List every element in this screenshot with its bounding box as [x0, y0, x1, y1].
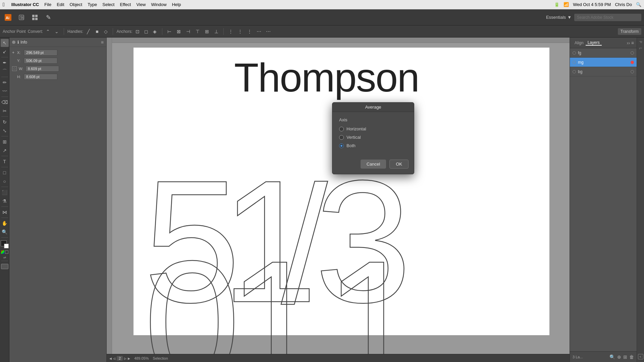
- layers-move-icon[interactable]: ⊞: [623, 354, 627, 360]
- pencil-tool[interactable]: ✏: [1, 78, 9, 86]
- radio-horizontal[interactable]: Horizontal: [339, 126, 407, 131]
- selection-tool[interactable]: ↖: [1, 39, 9, 47]
- search-icon[interactable]: 🔍: [636, 2, 641, 7]
- distribute-bottom-icon[interactable]: ⋯: [265, 28, 272, 35]
- layer-item-mg[interactable]: mg: [570, 58, 637, 67]
- properties-icon[interactable]: P: [638, 39, 644, 45]
- ok-button[interactable]: OK: [389, 160, 409, 169]
- menu-object[interactable]: Object: [70, 2, 83, 7]
- convert-icon-2[interactable]: ⌄: [53, 28, 60, 35]
- hand-tool[interactable]: ✋: [1, 219, 9, 227]
- layer-item-bg[interactable]: bg: [570, 67, 637, 76]
- blob-brush-tool[interactable]: 〰: [1, 87, 9, 95]
- align-top-icon[interactable]: ⊤: [194, 28, 201, 35]
- background-color[interactable]: [4, 244, 9, 248]
- grid-view-icon[interactable]: [30, 12, 40, 23]
- handle-icon-2[interactable]: ■: [93, 28, 101, 35]
- none-color-icon[interactable]: [5, 250, 8, 254]
- workspace-selector[interactable]: Essentials ▼: [546, 15, 572, 20]
- layer-item-fg[interactable]: fg: [570, 48, 637, 58]
- layer-visibility-bg[interactable]: [573, 70, 576, 73]
- layers-search-icon[interactable]: 🔍: [609, 354, 615, 360]
- color-swatches[interactable]: [1, 240, 9, 248]
- align-center-h-icon[interactable]: ⊠: [175, 28, 182, 35]
- ellipse-tool[interactable]: ○: [1, 177, 9, 185]
- menu-window[interactable]: Window: [151, 2, 166, 7]
- apple-menu[interactable]: : [3, 2, 5, 8]
- radio-btn-both[interactable]: [339, 143, 344, 148]
- radio-label-vertical: Vertical: [346, 135, 361, 140]
- align-left-icon[interactable]: ⊢: [166, 28, 173, 35]
- layer-visibility-fg[interactable]: [573, 51, 576, 55]
- distribute-right-icon[interactable]: ⋮: [246, 28, 253, 35]
- zoom-next[interactable]: ▹: [124, 356, 126, 361]
- mesh-tool[interactable]: ⊞: [1, 138, 9, 146]
- eyedropper-tool[interactable]: ⚗: [1, 197, 9, 205]
- rotate-tool[interactable]: ↻: [1, 118, 9, 126]
- menu-file[interactable]: File: [44, 2, 51, 7]
- distribute-top-icon[interactable]: ⋯: [255, 28, 263, 35]
- rectangle-tool[interactable]: □: [1, 169, 9, 177]
- menu-type[interactable]: Type: [88, 2, 97, 7]
- menu-view[interactable]: View: [136, 2, 146, 7]
- cancel-button[interactable]: Cancel: [361, 160, 386, 169]
- radio-both[interactable]: Both: [339, 143, 407, 148]
- align-center-v-icon[interactable]: ⊞: [203, 28, 211, 35]
- scale-tool[interactable]: ⤡: [1, 127, 9, 135]
- transform-button[interactable]: Transform: [618, 28, 641, 35]
- menu-select[interactable]: Select: [102, 2, 114, 7]
- paintbucket-tool[interactable]: ⬛: [1, 188, 9, 196]
- menu-edit[interactable]: Edit: [57, 2, 64, 7]
- direct-selection-tool[interactable]: ↙: [1, 48, 9, 56]
- scissors-tool[interactable]: ✂: [1, 107, 9, 115]
- adobe-stock-search[interactable]: [574, 14, 641, 21]
- art-board-icon[interactable]: [1, 264, 8, 269]
- type-tool[interactable]: T: [1, 158, 9, 166]
- menu-effect[interactable]: Effect: [120, 2, 131, 7]
- blend-tool[interactable]: ⋈: [1, 208, 9, 216]
- canvas-num-11-bottom: 11: [227, 235, 421, 362]
- anchors-icon-1[interactable]: ⊡: [134, 28, 141, 35]
- convert-icon-1[interactable]: ⌃: [44, 28, 52, 35]
- expand-panel-btn[interactable]: <: [638, 354, 643, 359]
- zoom-prev[interactable]: ◃: [113, 356, 115, 361]
- info-panel-header: ℹ Info ≡: [9, 38, 106, 47]
- app-name[interactable]: Illustrator CC: [11, 2, 39, 7]
- cc-libraries-icon[interactable]: L: [638, 46, 644, 52]
- layer-visibility-mg[interactable]: [573, 61, 576, 64]
- tab-layers[interactable]: Layers: [586, 40, 602, 46]
- align-right-icon[interactable]: ⊣: [184, 28, 192, 35]
- anchors-icon-2[interactable]: ◻: [143, 28, 150, 35]
- anchors-icon-3[interactable]: ◈: [151, 28, 159, 35]
- tool-sep-7: [1, 167, 8, 167]
- eraser-tool[interactable]: ⌫: [1, 98, 9, 106]
- zoom-forward[interactable]: ▸: [128, 356, 130, 361]
- zoom-back[interactable]: ◂: [109, 356, 112, 361]
- zoom-tool[interactable]: 🔍: [1, 228, 9, 236]
- swap-colors-icon[interactable]: ⇄: [3, 256, 6, 259]
- tab-align[interactable]: Align: [573, 41, 586, 45]
- radio-btn-vertical[interactable]: [339, 135, 344, 140]
- radio-vertical[interactable]: Vertical: [339, 135, 407, 140]
- distribute-center-icon[interactable]: ⋮: [236, 28, 244, 35]
- layers-delete-icon[interactable]: 🗑: [629, 354, 634, 360]
- radio-btn-horizontal[interactable]: [339, 127, 344, 131]
- handle-icon-1[interactable]: ╱: [85, 28, 92, 35]
- brush-icon[interactable]: ✎: [43, 12, 54, 23]
- pen-tool[interactable]: ✒: [1, 59, 9, 67]
- align-bottom-icon[interactable]: ⊥: [213, 28, 220, 35]
- artboard[interactable]: Thompson 5 1 / 3 0 11: [133, 48, 549, 335]
- distribute-left-icon[interactable]: ⋮: [227, 28, 234, 35]
- menu-help[interactable]: Help: [172, 2, 181, 7]
- panel-more-btn[interactable]: ››: [627, 40, 630, 46]
- handle-icon-3[interactable]: ◇: [102, 28, 109, 35]
- canvas-area[interactable]: Thompson 5 1 / 3 0 11 ◂: [107, 38, 570, 362]
- info-panel-close[interactable]: [12, 41, 15, 44]
- panel-options-btn[interactable]: ≡: [631, 40, 634, 46]
- graph-tool[interactable]: ↗: [1, 146, 9, 155]
- curvature-tool[interactable]: ⌒: [1, 67, 9, 75]
- layers-new-icon[interactable]: ⊕: [617, 354, 621, 360]
- info-panel-menu[interactable]: ≡: [101, 40, 104, 45]
- gradient-icon[interactable]: [1, 250, 4, 254]
- sync-icon[interactable]: St: [16, 12, 27, 23]
